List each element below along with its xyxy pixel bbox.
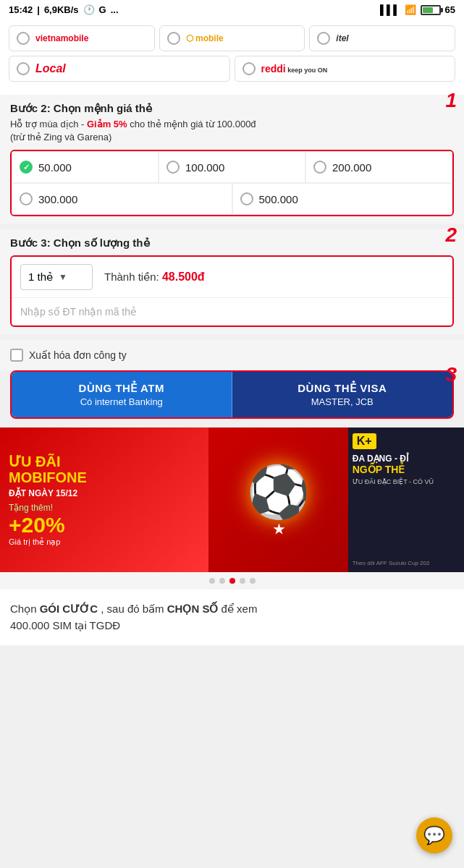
payment-section: DÙNG THẺ ATM Có internet Banking DÙNG TH…: [0, 370, 464, 419]
phone-input-placeholder[interactable]: Nhập số ĐT nhận mã thẻ: [20, 306, 137, 318]
carrier-reddi[interactable]: reddi keep you ON: [235, 56, 456, 82]
total-price: 48.500đ: [162, 271, 205, 283]
bottom-text2: , sau đó bấm: [101, 603, 167, 615]
bottom-text4: 400.000 SIM tại TGDĐ: [10, 619, 120, 631]
banner-promo-title: ƯU ĐÃI MOBIFONE: [9, 454, 200, 485]
carrier-gmobile[interactable]: ⬡ mobile: [159, 25, 305, 51]
gmobile-logo: ⬡ mobile: [186, 33, 224, 43]
radio-300000[interactable]: [20, 192, 33, 205]
status-right: ▌▌▌ 📶 65: [380, 4, 455, 15]
denom-row1: 50.000 100.000 200.000: [12, 151, 452, 183]
visa-button-subtitle: MASTER, JCB: [240, 396, 446, 407]
banner-right-sub: NGỐP THẺ: [353, 464, 460, 475]
banner-right-content: K+ ĐA DẠNG - ĐỈ NGỐP THẺ ƯU ĐÃI ĐẶC BIỆT…: [353, 433, 460, 485]
banner-bonus-label: Tặng thêm!: [9, 503, 200, 513]
atm-button-subtitle: Có internet Banking: [19, 396, 224, 407]
bottom-text1: Chọn: [10, 603, 40, 615]
banner-bonus-sub: Giá trị thẻ nạp: [9, 537, 200, 547]
carrier-grid-row2: Local reddi keep you ON: [9, 56, 455, 82]
signal-icon: ▌▌▌: [380, 4, 400, 15]
banner-right-detail: ƯU ĐÃI ĐẶC BIỆT - CÓ VŨ: [353, 478, 460, 485]
radio-local[interactable]: [17, 62, 30, 75]
invoice-checkbox[interactable]: [10, 349, 23, 362]
promo-text: Hỗ trợ mùa dịch - Giảm 5% cho thẻ mệnh g…: [10, 118, 454, 144]
battery-icon: [421, 5, 441, 15]
banner-left: ƯU ĐÃI MOBIFONE ĐẶT NGÀY 15/12 Tặng thêm…: [0, 427, 208, 572]
radio-vietnamobile[interactable]: [17, 32, 30, 45]
dot-5[interactable]: [250, 578, 256, 584]
carrier-letter: G: [99, 4, 106, 15]
dot-2[interactable]: [219, 578, 225, 584]
radio-500000[interactable]: [240, 192, 253, 205]
kplus-label: K+: [353, 433, 376, 449]
radio-reddi[interactable]: [242, 62, 256, 75]
step2-section: Bước 2: Chọn mệnh giá thẻ Hỗ trợ mùa dịc…: [0, 95, 464, 224]
banner-right: K+ ĐA DẠNG - ĐỈ NGỐP THẺ ƯU ĐÃI ĐẶC BIỆT…: [348, 427, 464, 572]
soccer-ball-icon: ⚽: [247, 462, 310, 522]
denom-100000-label: 100.000: [185, 161, 224, 174]
invoice-label: Xuất hóa đơn công ty: [29, 349, 127, 361]
more-dots: ...: [111, 4, 119, 15]
step3-label: Bước 3: Chọn số lượng thẻ: [10, 237, 454, 250]
dots-row: [0, 572, 464, 590]
visa-button-title: DÙNG THẺ VISA: [240, 382, 446, 395]
dot-4[interactable]: [240, 578, 245, 584]
atm-button-title: DÙNG THẺ ATM: [19, 382, 224, 395]
radio-200000[interactable]: [313, 161, 326, 174]
step3-box: 1 thẻ ▼ Thành tiền: 48.500đ Nhập số ĐT n…: [10, 255, 454, 327]
qty-value: 1 thẻ: [28, 271, 53, 284]
denom-50000[interactable]: 50.000: [12, 151, 159, 183]
banner-right-title: ĐA DẠNG - ĐỈ: [353, 454, 460, 464]
dropdown-arrow-icon: ▼: [59, 272, 67, 282]
step3-qty-row: 1 thẻ ▼ Thành tiền: 48.500đ: [12, 257, 452, 298]
denom-200000[interactable]: 200.000: [305, 151, 452, 183]
visa-button[interactable]: DÙNG THẺ VISA MASTER, JCB: [232, 372, 453, 417]
dot-1[interactable]: [209, 578, 215, 584]
denom-300000[interactable]: 300.000: [12, 183, 232, 215]
time-display: 15:42: [9, 4, 33, 15]
denom-row2: 300.000 500.000: [12, 183, 452, 215]
bottom-promo: Chọn GÓI CƯỚC , sau đó bấm CHỌN SỐ để xe…: [0, 590, 464, 645]
vietnamobile-logo: vietnamobile: [35, 33, 88, 43]
carrier-vietnamobile[interactable]: vietnamobile: [9, 25, 155, 51]
radio-100000[interactable]: [166, 161, 180, 174]
step-badge-3: 3: [445, 363, 457, 386]
denom-500000[interactable]: 500.000: [232, 183, 453, 215]
denom-300000-label: 300.000: [38, 193, 77, 205]
total-label: Thành tiền:: [104, 271, 162, 283]
denom-100000[interactable]: 100.000: [159, 151, 305, 183]
total-display: Thành tiền: 48.500đ: [104, 271, 205, 284]
carrier-grid-row1: vietnamobile ⬡ mobile itel: [9, 25, 455, 51]
step2-label: Bước 2: Chọn mệnh giá thẻ: [10, 102, 454, 115]
carrier-section: vietnamobile ⬡ mobile itel Local reddi k…: [0, 20, 464, 95]
radio-itelecom[interactable]: [317, 32, 330, 45]
clock-icon: 🕐: [83, 4, 95, 15]
denom-500000-label: 500.000: [259, 193, 298, 205]
step-badge-2: 2: [445, 224, 457, 247]
atm-button[interactable]: DÙNG THẺ ATM Có internet Banking: [12, 372, 232, 417]
phone-input-row[interactable]: Nhập số ĐT nhận mã thẻ: [12, 298, 452, 326]
carrier-local[interactable]: Local: [9, 56, 230, 82]
qty-select[interactable]: 1 thẻ ▼: [20, 264, 93, 290]
invoice-row[interactable]: Xuất hóa đơn công ty: [0, 340, 464, 370]
banner-subtitle: ĐẶT NGÀY 15/12: [9, 488, 200, 498]
radio-50000[interactable]: [20, 161, 33, 174]
bottom-text3: để xem: [222, 603, 258, 615]
banner-footer: Theo dõi AFF Suzuki Cup 202: [353, 560, 460, 566]
step3-section: Bước 3: Chọn số lượng thẻ 1 thẻ ▼ Thành …: [0, 229, 464, 334]
bottom-chon-so: CHỌN SỐ: [167, 603, 219, 615]
denomination-box: 50.000 100.000 200.000 300.000 500.000: [10, 150, 454, 216]
step-badge-1: 1: [445, 89, 457, 112]
bottom-goi-cuoc: GÓI CƯỚC: [40, 603, 98, 615]
status-left: 15:42 | 6,9KB/s 🕐 G ...: [9, 4, 119, 15]
banner-section: ƯU ĐÃI MOBIFONE ĐẶT NGÀY 15/12 Tặng thêm…: [0, 427, 464, 572]
dot-3-active[interactable]: [229, 578, 235, 584]
radio-gmobile[interactable]: [167, 32, 180, 45]
battery-percent: 65: [445, 4, 455, 15]
status-bar: 15:42 | 6,9KB/s 🕐 G ... ▌▌▌ 📶 65: [0, 0, 464, 20]
carrier-itelecom[interactable]: itel: [309, 25, 455, 51]
denom-50000-label: 50.000: [38, 161, 72, 174]
reddi-logo: reddi keep you ON: [261, 63, 328, 75]
banner-content: ƯU ĐÃI MOBIFONE ĐẶT NGÀY 15/12 Tặng thêm…: [0, 427, 464, 572]
denom-200000-label: 200.000: [332, 161, 371, 174]
